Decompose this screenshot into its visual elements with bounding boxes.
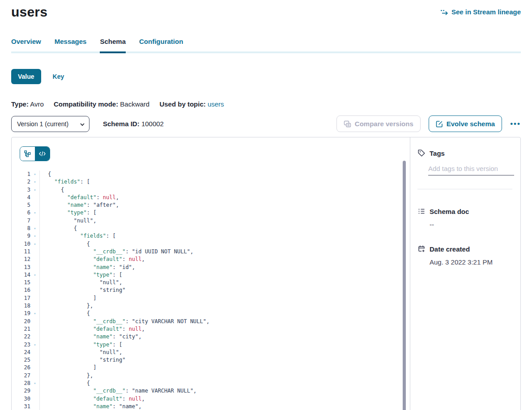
code-line: 12"default": null, [12, 256, 410, 263]
compare-icon [344, 120, 351, 128]
compare-versions-button[interactable]: Compare versions [336, 115, 421, 132]
line-number: 5 [12, 201, 30, 209]
tab-configuration[interactable]: Configuration [139, 38, 183, 53]
code-line: 25"string" [12, 356, 410, 364]
code-text: { [39, 171, 51, 178]
line-number: 10 [12, 240, 30, 248]
tab-messages[interactable]: Messages [55, 38, 87, 53]
code-editor[interactable]: 1▾{2▾"fields": [3▾{4"default": null,5"na… [12, 171, 410, 410]
code-text: { [39, 240, 90, 248]
fold-toggle-icon[interactable]: ▾ [30, 225, 39, 232]
fold-spacer [30, 325, 39, 333]
code-line: 26] [12, 364, 410, 372]
fold-toggle-icon[interactable]: ▾ [30, 240, 39, 248]
version-actions: Compare versions Evolve schema ••• [336, 115, 521, 132]
code-text: "type": [ [39, 271, 122, 279]
tab-schema[interactable]: Schema [100, 38, 126, 53]
more-actions-button[interactable]: ••• [510, 120, 521, 128]
fold-spacer [30, 217, 39, 225]
line-number: 30 [12, 395, 30, 403]
line-number: 22 [12, 333, 30, 341]
version-bar: Version 1 (current) Schema ID: 100002 Co… [11, 115, 521, 132]
fold-spacer [30, 395, 39, 403]
code-line: 10▾{ [12, 240, 410, 248]
fold-toggle-icon[interactable]: ▾ [30, 310, 39, 317]
edit-icon [436, 120, 443, 128]
key-toggle-button[interactable]: Key [53, 73, 64, 80]
fold-spacer [30, 286, 39, 294]
fold-spacer [30, 403, 39, 410]
code-text: "type": [ [39, 209, 96, 217]
version-select[interactable]: Version 1 (current) [11, 116, 89, 132]
compare-versions-label: Compare versions [355, 120, 413, 128]
value-toggle-button[interactable]: Value [11, 69, 41, 84]
list-icon [417, 207, 426, 215]
code-text: }, [39, 302, 93, 310]
tab-bar: OverviewMessagesSchemaConfiguration [11, 38, 521, 53]
code-text: "string" [39, 286, 125, 294]
fold-toggle-icon[interactable]: ▾ [30, 380, 39, 387]
code-text: "string" [39, 356, 125, 364]
stream-lineage-link[interactable]: See in Stream lineage [440, 8, 521, 16]
tags-section: Tags [417, 149, 514, 189]
code-line: 17] [12, 295, 410, 302]
page-title: users [11, 4, 47, 20]
code-line: 13"name": "id", [12, 264, 410, 271]
fold-toggle-icon[interactable]: ▾ [30, 209, 39, 217]
fold-spacer [30, 318, 39, 325]
fold-toggle-icon[interactable]: ▾ [30, 271, 39, 279]
fold-spacer [30, 333, 39, 341]
code-line: 1▾{ [12, 171, 410, 178]
tab-overview[interactable]: Overview [11, 38, 41, 53]
fold-spacer [30, 248, 39, 256]
code-line: 30"default": null, [12, 395, 410, 403]
schema-doc-value: -- [430, 221, 514, 228]
date-created-title: Date created [430, 245, 470, 253]
fold-toggle-icon[interactable]: ▾ [30, 341, 39, 349]
line-number: 24 [12, 349, 30, 356]
line-number: 16 [12, 286, 30, 294]
fold-toggle-icon[interactable]: ▾ [30, 171, 39, 178]
line-number: 4 [12, 194, 30, 201]
code-line: 2▾"fields": [ [12, 178, 410, 186]
fold-spacer [30, 364, 39, 372]
code-text: ] [39, 295, 96, 302]
code-line: 7"null", [12, 217, 410, 225]
tags-title: Tags [430, 149, 445, 157]
fold-toggle-icon[interactable]: ▾ [30, 186, 39, 194]
tab-underline-track [11, 51, 521, 53]
code-text: "type": [ [39, 341, 122, 349]
code-text: "name": "id", [39, 264, 135, 271]
version-select-wrap: Version 1 (current) [11, 116, 89, 132]
line-number: 25 [12, 356, 30, 364]
fold-spacer [30, 256, 39, 263]
line-number: 14 [12, 271, 30, 279]
schema-code-pane: 1▾{2▾"fields": [3▾{4"default": null,5"na… [12, 137, 410, 410]
code-text: { [39, 310, 90, 317]
code-text: "name": "after", [39, 201, 119, 209]
vertical-scrollbar[interactable] [403, 161, 406, 410]
date-created-section: Date created Aug. 3 2022 3:21 PM [417, 245, 514, 266]
line-number: 20 [12, 318, 30, 325]
schema-doc-title: Schema doc [430, 208, 469, 215]
tree-view-button[interactable] [20, 147, 35, 161]
code-text: }, [39, 372, 93, 380]
fold-toggle-icon[interactable]: ▾ [30, 178, 39, 186]
fold-toggle-icon[interactable]: ▾ [30, 232, 39, 240]
fold-spacer [30, 201, 39, 209]
code-line: 9▾"fields": [ [12, 232, 410, 240]
topic-link[interactable]: users [208, 100, 224, 108]
line-number: 21 [12, 325, 30, 333]
code-line: 27}, [12, 372, 410, 380]
code-text: "__crdb__": "city VARCHAR NOT NULL", [39, 318, 209, 325]
code-view-button[interactable] [35, 147, 50, 161]
line-number: 27 [12, 372, 30, 380]
fold-spacer [30, 279, 39, 286]
line-number: 6 [12, 209, 30, 217]
code-text: "name": "name", [39, 403, 142, 410]
evolve-schema-button[interactable]: Evolve schema [429, 115, 502, 132]
tags-input[interactable] [428, 164, 514, 175]
fold-spacer [30, 387, 39, 395]
code-line: 18}, [12, 302, 410, 310]
code-line: 11"__crdb__": "id UUID NOT NULL", [12, 248, 410, 256]
